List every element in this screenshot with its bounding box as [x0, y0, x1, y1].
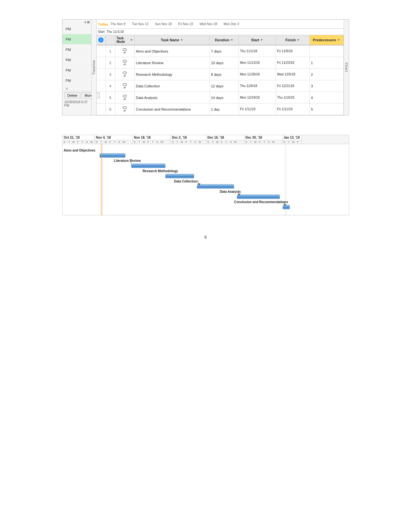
week-group-7: Jan 13, '19 S T M F	[282, 135, 302, 144]
cell-info-3	[97, 69, 106, 80]
cell-name-4[interactable]: Data Collection	[135, 80, 210, 92]
cell-info-2	[97, 57, 106, 68]
sidebar-column: ∧ ⊞ PM PM PM PM PM PM ∨ Delete More	[63, 20, 92, 115]
cell-dur-2: 10 days	[210, 57, 239, 68]
table-row: 5 ⇌ Data Analysis 14 days Mon 12/24/18 T…	[97, 92, 344, 103]
pm-item-5: PM	[63, 65, 91, 75]
col-dur-label: Duration	[215, 38, 229, 42]
cell-name-1[interactable]: Aims and Objectives	[135, 45, 210, 57]
gantt-bar-1	[100, 153, 125, 158]
week-group-5: Dec 16, '18 S T M F T S W	[206, 135, 244, 144]
cell-name-6[interactable]: Conclusion and Recommendations	[135, 103, 210, 115]
bar-label-3: Research Methodology	[142, 169, 178, 173]
sidebar-arrow-row: ∧ ⊞	[63, 20, 91, 24]
bar-label-1: Aims and Objectives	[64, 149, 95, 152]
col-name-arrow: ▼	[180, 38, 183, 42]
task-mode-icon-1: ⇌	[123, 48, 127, 54]
col-mode-label: Task Mode	[117, 36, 129, 44]
col-hdr-name[interactable]: Task Name ▼	[135, 35, 210, 45]
cell-dur-6: 1 day	[210, 103, 239, 115]
cell-info-1	[97, 45, 106, 57]
table-row: 2 ⇌ Literature Review 10 days Mon 11/12/…	[97, 57, 344, 69]
week-group-3: Nov 18, '18 S T M F T S W	[133, 135, 171, 144]
cell-finish-4: Fri 12/21/18	[276, 80, 310, 92]
table-row: 4 ⇌ Data Collection 12 days Thu 12/6/18 …	[97, 80, 344, 92]
cell-name-2[interactable]: Literature Review	[135, 57, 210, 68]
day-s2: S	[85, 140, 90, 144]
cell-finish-1: Fri 11/9/18	[276, 45, 310, 57]
gantt-bar-3	[165, 174, 194, 178]
task-mode-icon-5: ⇌	[123, 95, 127, 101]
cell-name-5[interactable]: Data Analysis	[135, 92, 210, 103]
day-t1: T	[67, 140, 72, 144]
cell-num-3: 3	[106, 69, 115, 80]
chart-label: Chart	[345, 63, 348, 72]
col-pred-label: Predecessors	[313, 38, 336, 42]
cell-start-3: Mon 11/26/18	[239, 69, 276, 80]
start-date: Thu 11/1/18	[107, 30, 124, 34]
table-area: Today Thu Nov 8 Tue Nov 13 Sun Nov 18 Fr…	[97, 20, 344, 115]
cell-name-3[interactable]: Research Methodology	[135, 69, 210, 80]
column-headers: i Task Mode ▼ Task Name ▼ Duration	[97, 35, 344, 45]
gantt-outer: ∧ ⊞ PM PM PM PM PM PM ∨ Delete More	[62, 19, 349, 115]
page-number: 8	[204, 235, 207, 240]
cell-dur-4: 12 days	[210, 80, 239, 92]
col-start-arrow: ▼	[260, 38, 263, 42]
col-hdr-predecessors[interactable]: Predecessors ▼	[310, 35, 344, 45]
table-row: 1 ⇌ Aims and Objectives 7 days Thu 11/1/…	[97, 45, 344, 57]
arrow-down-5	[238, 194, 240, 196]
gantt-chart-header: Oct 21, '18 S T M F T S W Nov 4, '18 S T…	[63, 135, 349, 144]
gantt-bar-2	[131, 163, 166, 168]
pm-item-7: ∨	[63, 86, 91, 91]
week-group-2: Nov 4, '18 S T M F T S W	[95, 135, 133, 144]
collapse-arrow-up[interactable]: ∧ ⊞	[84, 20, 90, 24]
cell-finish-5: Thu 1/10/19	[276, 92, 310, 103]
day-labels-5: S T M F T S W	[206, 140, 244, 144]
week-label-7: Jan 13, '19	[282, 135, 301, 140]
delete-button[interactable]: Delete	[64, 93, 81, 98]
col-hdr-finish[interactable]: Finish ▼	[276, 35, 310, 45]
task-mode-icon-4: ⇌	[123, 83, 127, 89]
week-label-4: Dec 2, '18	[171, 135, 206, 140]
col-hdr-duration[interactable]: Duration ▼	[210, 35, 239, 45]
table-row: 3 ⇌ Research Methodology 8 days Mon 11/2…	[97, 69, 344, 80]
gantt-table: 1 ⇌ Aims and Objectives 7 days Thu 11/1/…	[97, 45, 344, 115]
cell-pred-1	[310, 45, 344, 57]
col-hdr-mode[interactable]: Task Mode ▼	[115, 35, 135, 45]
page-wrapper: ∧ ⊞ PM PM PM PM PM PM ∨ Delete More	[0, 0, 411, 259]
gantt-bar-4	[197, 184, 234, 189]
week-label-6: Dec 30, '18	[244, 135, 282, 140]
day-labels-1: S T M F T S W	[63, 140, 94, 144]
cell-dur-1: 7 days	[210, 45, 239, 57]
pm-item-4: PM	[63, 55, 91, 65]
cell-pred-4: 3	[310, 80, 344, 92]
day-w1: W	[90, 140, 94, 144]
timeline-date-2: Tue Nov 13	[132, 22, 148, 26]
connector-1	[125, 160, 131, 163]
col-hdr-start[interactable]: Start ▼	[239, 35, 276, 45]
gantt-chart-section: Oct 21, '18 S T M F T S W Nov 4, '18 S T…	[62, 135, 349, 215]
pm-item-3: PM	[63, 44, 91, 55]
start-row: Start Thu 11/1/18	[97, 29, 344, 35]
cell-finish-2: Fri 11/23/18	[276, 57, 310, 68]
day-labels-6: S T M F T S W	[244, 140, 282, 144]
today-label: Today	[98, 22, 108, 26]
cell-num-1: 1	[106, 45, 115, 57]
cell-mode-1: ⇌	[115, 45, 135, 57]
cell-mode-2: ⇌	[115, 57, 135, 68]
timeline-label: Timeline	[92, 60, 96, 74]
cell-info-6	[97, 103, 106, 115]
cell-info-4	[97, 80, 106, 92]
cell-num-4: 4	[106, 80, 115, 92]
pm-item-2: PM	[63, 34, 91, 44]
cell-finish-6: Fri 1/11/19	[276, 103, 310, 115]
timeline-date-1: Thu Nov 8	[111, 22, 125, 26]
task-mode-icon-6: ⇌	[123, 106, 127, 112]
timeline-date-3: Sun Nov 18	[155, 22, 172, 26]
day-t2: T	[81, 140, 85, 144]
chart-label-col: Chart	[344, 20, 349, 115]
cell-dur-5: 14 days	[210, 92, 239, 103]
arrow-down-6	[284, 204, 286, 206]
day-f1: F	[76, 140, 81, 144]
day-labels-2: S T M F T S W	[95, 140, 132, 144]
